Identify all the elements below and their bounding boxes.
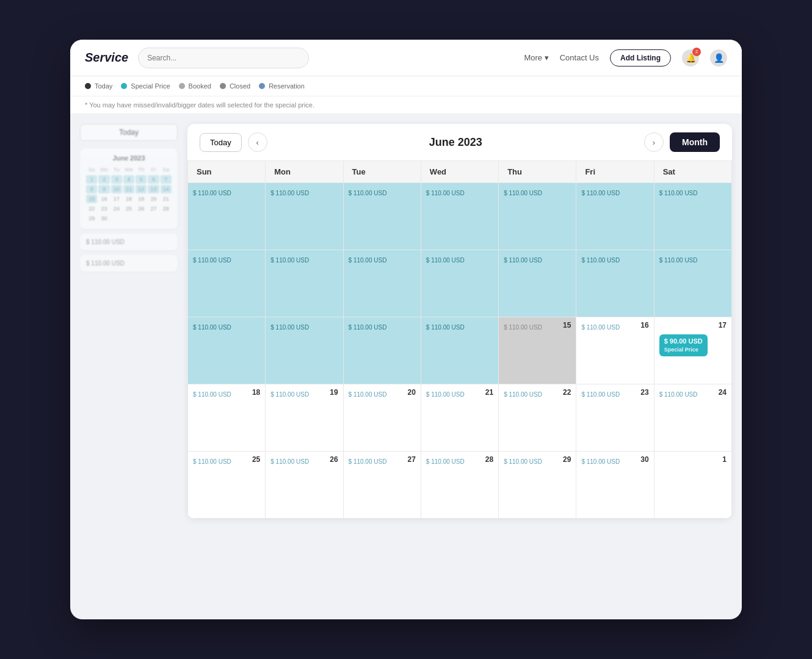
nav-more-link[interactable]: More ▾	[524, 53, 548, 62]
mini-cal-day[interactable]: 19	[136, 195, 147, 203]
table-row[interactable]: $ 110.00 USD	[421, 317, 498, 384]
mini-cal-day[interactable]: 4	[123, 175, 134, 184]
mini-cal-day[interactable]: 30	[98, 214, 109, 223]
next-month-button[interactable]: ›	[644, 132, 664, 152]
mini-cal-day[interactable]: 17	[111, 195, 122, 203]
special-price-label: Special Price	[664, 346, 703, 354]
mini-day-header: Th	[136, 165, 147, 174]
table-row[interactable]: $ 110.00 USD	[343, 250, 421, 317]
today-button[interactable]: Today	[200, 133, 242, 152]
table-row[interactable]: $ 110.00 USD	[188, 183, 266, 250]
mini-cal-day[interactable]: 22	[86, 204, 97, 213]
legend-today: Today	[85, 82, 112, 90]
table-row[interactable]: $ 110.00 USD 20	[343, 384, 421, 452]
mini-cal-day[interactable]: 8	[86, 185, 97, 193]
table-row[interactable]: $ 110.00 USD	[266, 183, 343, 250]
user-avatar[interactable]: 👤	[710, 49, 727, 67]
mini-cal-day[interactable]: 21	[161, 195, 172, 203]
table-row[interactable]: $ 110.00 USD	[421, 183, 498, 250]
table-row[interactable]: 17 $ 90.00 USD Special Price	[654, 317, 731, 384]
cell-price: $ 110.00 USD	[504, 324, 542, 331]
main-calendar: Today ‹ June 2023 › Month Sun Mon Tue	[187, 124, 732, 519]
notification-icon[interactable]: 🔔 2	[682, 49, 699, 67]
calendar-week-2: $ 110.00 USD $ 110.00 USD $ 110.00 USD $…	[188, 250, 732, 317]
mini-cal-day[interactable]: 1	[86, 175, 97, 184]
mini-cal-day[interactable]: 14	[161, 185, 172, 193]
mini-day-header: Su	[86, 165, 97, 174]
mini-cal-grid: Su Mo Tu We Th Fr Sa 1 2 3 4 5 6 7 8 9 1	[86, 165, 172, 223]
mini-cal-day[interactable]: 12	[136, 185, 147, 193]
mini-cal-day[interactable]: 20	[148, 195, 159, 203]
app-logo: Service	[85, 51, 128, 65]
mini-cal-day[interactable]: 11	[123, 185, 134, 193]
table-row[interactable]: $ 110.00 USD 23	[576, 384, 654, 452]
mini-cal-day[interactable]: 10	[111, 185, 122, 193]
table-row[interactable]: $ 110.00 USD 15	[499, 317, 576, 384]
mini-cal-day[interactable]: 3	[111, 175, 122, 184]
cell-price: $ 110.00 USD	[349, 190, 387, 196]
mini-cal-day[interactable]: 27	[148, 204, 159, 213]
table-row[interactable]: $ 110.00 USD	[188, 317, 266, 384]
mini-cal-day[interactable]: 28	[161, 204, 172, 213]
table-row[interactable]: $ 110.00 USD	[654, 183, 731, 250]
cell-date-number: 30	[640, 455, 648, 464]
table-row[interactable]: $ 110.00 USD 29	[499, 452, 576, 519]
table-row[interactable]: $ 110.00 USD	[499, 250, 576, 317]
mini-cal-day[interactable]: 23	[98, 204, 109, 213]
special-price-badge[interactable]: $ 90.00 USD Special Price	[659, 334, 708, 356]
add-listing-button[interactable]: Add Listing	[610, 49, 671, 67]
table-row[interactable]: $ 110.00 USD	[343, 317, 421, 384]
mini-day-header: Mo	[98, 165, 109, 174]
month-view-button[interactable]: Month	[670, 132, 720, 152]
mini-cal-day[interactable]: 16	[98, 195, 109, 203]
cell-price: $ 110.00 USD	[426, 257, 465, 264]
mini-cal-day[interactable]: 15	[86, 195, 97, 203]
mini-cal-day[interactable]: 24	[111, 204, 122, 213]
table-row[interactable]: $ 110.00 USD 22	[499, 384, 576, 452]
sidebar-today-btn[interactable]: Today	[80, 124, 178, 141]
table-row[interactable]: $ 110.00 USD	[188, 250, 266, 317]
table-row[interactable]: $ 110.00 USD	[654, 250, 731, 317]
legend-closed-label: Closed	[230, 82, 250, 90]
table-row[interactable]: $ 110.00 USD	[576, 183, 654, 250]
table-row[interactable]: 1	[654, 452, 731, 519]
search-input[interactable]	[138, 48, 309, 68]
cell-date-number: 18	[252, 388, 260, 397]
cell-price: $ 110.00 USD	[193, 324, 231, 331]
cell-price: $ 110.00 USD	[581, 324, 620, 331]
cell-price: $ 110.00 USD	[349, 391, 387, 398]
table-row[interactable]: $ 110.00 USD 28	[421, 452, 498, 519]
mini-cal-day[interactable]: 2	[98, 175, 109, 184]
prev-month-button[interactable]: ‹	[248, 132, 267, 152]
table-row[interactable]: $ 110.00 USD 21	[421, 384, 498, 452]
header-sun: Sun	[188, 161, 266, 183]
table-row[interactable]: $ 110.00 USD 18	[188, 384, 266, 452]
mini-cal-day[interactable]: 18	[123, 195, 134, 203]
mini-cal-day[interactable]: 13	[148, 185, 159, 193]
mini-cal-day[interactable]: 6	[148, 175, 159, 184]
table-row[interactable]: $ 110.00 USD	[499, 183, 576, 250]
table-row[interactable]: $ 110.00 USD 26	[266, 452, 343, 519]
table-row[interactable]: $ 110.00 USD 25	[188, 452, 266, 519]
table-row[interactable]: $ 110.00 USD	[266, 250, 343, 317]
mini-cal-day[interactable]: 29	[86, 214, 97, 223]
table-row[interactable]: $ 110.00 USD 24	[654, 384, 731, 452]
cell-date-number: 20	[407, 388, 415, 397]
table-row[interactable]: $ 110.00 USD 19	[266, 384, 343, 452]
table-row[interactable]: $ 110.00 USD 16	[576, 317, 654, 384]
table-row[interactable]: $ 110.00 USD 30	[576, 452, 654, 519]
table-row[interactable]: $ 110.00 USD	[421, 250, 498, 317]
mini-cal-day[interactable]: 25	[123, 204, 134, 213]
table-row[interactable]: $ 110.00 USD	[343, 183, 421, 250]
mini-cal-day[interactable]: 9	[98, 185, 109, 193]
nav-contact-link[interactable]: Contact Us	[560, 53, 599, 62]
table-row[interactable]: $ 110.00 USD	[576, 250, 654, 317]
table-row[interactable]: $ 110.00 USD 27	[343, 452, 421, 519]
cell-price: $ 110.00 USD	[270, 324, 309, 331]
mini-cal-day[interactable]: 5	[136, 175, 147, 184]
mini-cal-day[interactable]: 26	[136, 204, 147, 213]
legend-bar: Today Special Price Booked Closed Reserv…	[70, 76, 742, 96]
mini-cal-day[interactable]: 7	[161, 175, 172, 184]
calendar-week-3: $ 110.00 USD $ 110.00 USD $ 110.00 USD $…	[188, 317, 732, 384]
table-row[interactable]: $ 110.00 USD	[266, 317, 343, 384]
